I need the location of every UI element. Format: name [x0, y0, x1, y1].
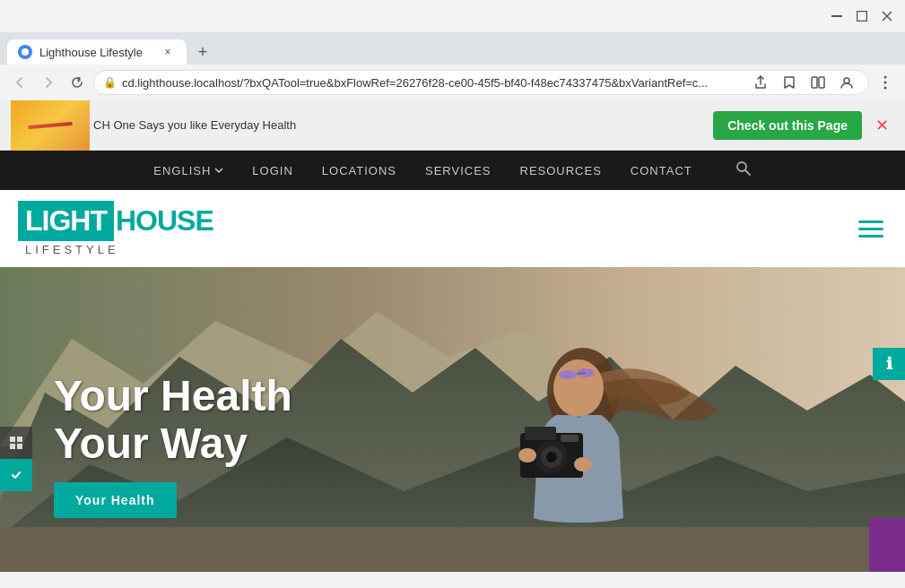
close-overlay-button[interactable]: ✕ — [869, 113, 894, 138]
hero-title-line2: Your Way — [54, 420, 292, 468]
hero-title: Your Health Your Way — [54, 373, 292, 468]
svg-line-22 — [577, 373, 586, 374]
logo-top-row: LIGHT HOUSE — [18, 201, 213, 241]
hero-title-line1: Your Health — [54, 373, 292, 420]
profile-button[interactable] — [834, 70, 859, 95]
svg-rect-17 — [0, 527, 905, 572]
bookmark-button[interactable] — [777, 70, 802, 95]
tab-close-button[interactable]: × — [160, 44, 176, 60]
nav-item-locations[interactable]: LOCATIONS — [322, 164, 396, 177]
hamburger-line-2 — [858, 228, 883, 230]
tab-title: Lighthouse Lifestyle — [39, 46, 143, 59]
svg-point-7 — [844, 78, 849, 83]
svg-point-30 — [574, 457, 592, 471]
nav-item-english[interactable]: ENGLISH — [153, 164, 223, 177]
check-out-page-button[interactable]: Check out this Page — [713, 111, 862, 140]
overlay-ch-text: CH One Says you like Everyday Health — [93, 118, 713, 132]
svg-rect-32 — [17, 437, 22, 442]
logo: LIGHT HOUSE LIFESTYLE — [18, 201, 213, 256]
info-badge[interactable]: ℹ — [873, 348, 905, 380]
active-tab[interactable]: Lighthouse Lifestyle × — [7, 39, 187, 65]
hamburger-menu-button[interactable] — [855, 217, 887, 241]
svg-point-10 — [884, 87, 887, 90]
purple-accent — [869, 518, 905, 572]
nav-item-resources[interactable]: RESOURCES — [520, 164, 602, 177]
hero-section: Your Health Your Way Your Health ℹ — [0, 267, 905, 572]
svg-point-20 — [559, 370, 577, 379]
tab-bar: Lighthouse Lifestyle × + — [0, 32, 905, 65]
svg-rect-1 — [857, 12, 867, 22]
logo-lifestyle-text: LIFESTYLE — [25, 243, 213, 256]
close-button[interactable] — [876, 5, 898, 27]
logo-area: LIGHT HOUSE LIFESTYLE — [0, 190, 905, 267]
svg-rect-5 — [812, 77, 817, 88]
share-button[interactable] — [748, 70, 773, 95]
chrome-menu-button[interactable] — [873, 70, 898, 95]
url-actions — [748, 70, 859, 95]
address-bar: 🔒 cd.lighthouse.localhost/?bxQATool=true… — [0, 65, 905, 100]
window-controls — [826, 5, 898, 27]
hamburger-line-3 — [858, 235, 883, 238]
logo-light-part: LIGHT — [18, 201, 114, 241]
minimize-button[interactable] — [826, 5, 848, 27]
url-text: cd.lighthouse.localhost/?bxQATool=true&b… — [122, 76, 743, 90]
svg-rect-6 — [819, 77, 824, 88]
svg-rect-28 — [561, 435, 579, 442]
svg-line-12 — [745, 170, 750, 175]
svg-rect-0 — [831, 15, 842, 17]
split-view-button[interactable] — [805, 70, 831, 95]
svg-point-8 — [884, 76, 887, 79]
refresh-button[interactable] — [65, 70, 90, 95]
nav-item-contact[interactable]: CONTACT — [631, 164, 692, 177]
nav-item-services[interactable]: SERVICES — [425, 164, 492, 177]
lock-icon: 🔒 — [103, 76, 117, 89]
svg-rect-34 — [17, 444, 22, 449]
nav-item-login[interactable]: LOGIN — [252, 164, 292, 177]
svg-point-4 — [22, 48, 29, 56]
thumbnail-decoration — [28, 121, 73, 128]
svg-rect-31 — [10, 437, 15, 442]
svg-point-27 — [546, 452, 557, 463]
tab-favicon — [18, 45, 32, 59]
svg-rect-33 — [10, 444, 15, 449]
overlay-thumbnail — [11, 100, 90, 151]
url-bar[interactable]: 🔒 cd.lighthouse.localhost/?bxQATool=true… — [93, 70, 869, 95]
nav-search-icon[interactable] — [735, 160, 752, 180]
site-navigation: ENGLISH LOGIN LOCATIONS SERVICES RESOURC… — [0, 151, 905, 190]
left-tool-check[interactable] — [0, 459, 32, 491]
maximize-button[interactable] — [851, 5, 873, 27]
back-button[interactable] — [7, 70, 32, 95]
website-content: ENGLISH LOGIN LOCATIONS SERVICES RESOURC… — [0, 151, 905, 572]
svg-rect-24 — [525, 427, 556, 440]
svg-point-9 — [884, 82, 887, 84]
hero-cta-button[interactable]: Your Health — [54, 482, 177, 518]
hamburger-line-1 — [858, 220, 883, 223]
title-bar — [0, 0, 905, 32]
forward-button[interactable] — [36, 70, 61, 95]
svg-point-19 — [553, 359, 604, 417]
logo-house-part: HOUSE — [116, 204, 213, 238]
svg-point-29 — [518, 448, 536, 463]
left-tool-grid[interactable] — [0, 427, 32, 459]
left-tools — [0, 427, 32, 491]
hero-text: Your Health Your Way Your Health — [54, 373, 292, 518]
overlay-toolbar: CH One Says you like Everyday Health Che… — [0, 100, 905, 151]
new-tab-button[interactable]: + — [190, 39, 215, 65]
